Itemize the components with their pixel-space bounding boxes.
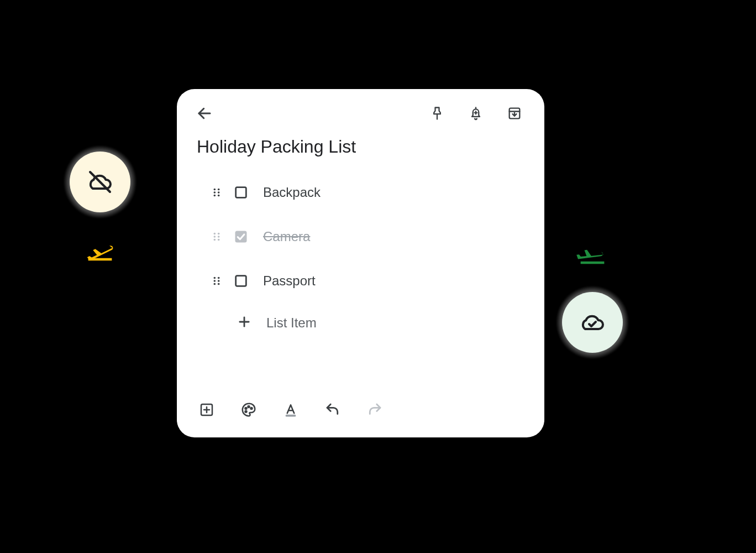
checkbox-unchecked[interactable] [233, 273, 249, 289]
undo-button[interactable] [319, 397, 346, 423]
pin-button[interactable] [424, 100, 450, 127]
svg-point-19 [218, 236, 220, 238]
undo-icon [324, 401, 341, 418]
svg-rect-15 [236, 187, 246, 198]
drag-handle-icon[interactable] [210, 186, 223, 199]
svg-point-37 [251, 408, 253, 409]
svg-point-11 [214, 191, 216, 194]
reminder-button[interactable] [463, 100, 489, 127]
add-button[interactable] [193, 397, 220, 423]
redo-icon [366, 401, 383, 418]
svg-point-18 [214, 236, 216, 238]
drag-handle-icon[interactable] [210, 275, 223, 287]
svg-point-26 [218, 280, 220, 282]
synced-badge [555, 285, 629, 359]
svg-point-14 [218, 195, 220, 197]
flight-land-icon [576, 238, 609, 270]
redo-button[interactable] [361, 397, 388, 423]
note-card: Holiday Packing List Backpack Camera [177, 89, 544, 437]
svg-point-9 [214, 189, 216, 191]
svg-point-23 [214, 277, 216, 279]
svg-point-17 [218, 233, 220, 235]
bell-add-icon [468, 106, 484, 121]
back-button[interactable] [191, 100, 218, 127]
synced-status-group [555, 238, 629, 359]
list-item-label[interactable]: Backpack [263, 185, 321, 200]
svg-point-25 [214, 280, 216, 282]
archive-icon [507, 106, 522, 121]
svg-point-21 [218, 239, 220, 241]
note-topbar [177, 89, 544, 126]
svg-rect-22 [235, 231, 247, 243]
offline-badge [63, 145, 137, 219]
list-item[interactable]: Passport [177, 259, 544, 303]
svg-point-16 [214, 233, 216, 235]
svg-point-20 [214, 239, 216, 241]
archive-button[interactable] [501, 100, 528, 127]
add-list-item[interactable]: List Item [177, 303, 544, 343]
text-format-icon [282, 401, 299, 418]
arrow-back-icon [196, 105, 213, 122]
offline-status-group [63, 145, 137, 267]
palette-icon [240, 401, 257, 418]
svg-point-12 [218, 191, 220, 194]
cloud-done-icon [579, 309, 606, 336]
checkbox-checked[interactable] [233, 229, 249, 244]
list-item-label[interactable]: Camera [263, 229, 310, 244]
checkbox-outline-icon [233, 273, 249, 289]
list-item[interactable]: Backpack [177, 170, 544, 215]
note-bottombar [177, 387, 544, 437]
list-item-label[interactable]: Passport [263, 273, 316, 289]
checklist: Backpack Camera Passport [177, 165, 544, 387]
svg-point-10 [218, 189, 220, 191]
drag-handle-icon[interactable] [210, 231, 223, 243]
checkbox-unchecked[interactable] [233, 185, 249, 200]
palette-button[interactable] [235, 397, 262, 423]
svg-rect-29 [236, 276, 246, 286]
plus-icon [237, 314, 252, 332]
add-box-icon [198, 401, 215, 418]
svg-point-36 [248, 406, 250, 408]
list-item[interactable]: Camera [177, 215, 544, 259]
svg-point-13 [214, 195, 216, 197]
flight-takeoff-icon [83, 234, 117, 267]
checkbox-checked-icon [233, 229, 249, 244]
pin-icon [429, 106, 445, 121]
add-item-placeholder: List Item [266, 315, 317, 331]
svg-point-27 [214, 283, 216, 285]
svg-point-24 [218, 277, 220, 279]
cloud-off-icon [87, 169, 113, 195]
svg-point-28 [218, 283, 220, 285]
text-format-button[interactable] [277, 397, 304, 423]
svg-point-35 [245, 408, 247, 409]
svg-point-38 [245, 411, 247, 413]
checkbox-outline-icon [233, 185, 249, 200]
note-title[interactable]: Holiday Packing List [177, 126, 544, 165]
